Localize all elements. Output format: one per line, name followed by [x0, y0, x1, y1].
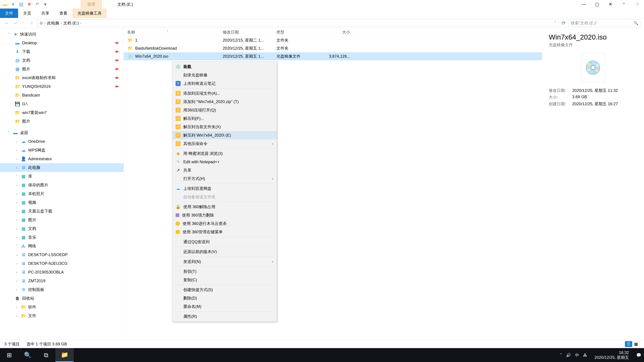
ribbon-tab-file[interactable]: 文件 — [0, 8, 18, 18]
menu-delete[interactable]: 删除(D) — [172, 294, 277, 302]
tree-yunqishi[interactable]: 📁YUNQISHI2019📌 — [0, 82, 124, 91]
tree-pictures[interactable]: ▦图片📌 — [0, 65, 124, 73]
tree-desktop[interactable]: ▬Desktop📌 — [0, 38, 124, 47]
qat-delete-icon[interactable]: ✕ — [26, 1, 32, 8]
menu-baidu[interactable]: ☁上传到百度网盘 — [172, 184, 277, 193]
menu-youdao[interactable]: N上传到有道云笔记 — [172, 79, 277, 88]
recent-dropdown[interactable]: ˅ — [20, 20, 27, 26]
tree-videos[interactable]: ›▦视频 — [0, 198, 124, 207]
menu-cut[interactable]: 剪切(T) — [172, 267, 277, 276]
column-date[interactable]: 修改日期 — [223, 29, 276, 35]
tree-downloads[interactable]: ⬇下载📌 — [0, 47, 124, 56]
chevron-right-icon[interactable]: › — [60, 21, 62, 25]
qat-undo-icon[interactable]: ↶ — [34, 1, 40, 8]
menu-restore[interactable]: 还原以前的版本(V) — [172, 248, 277, 256]
up-button[interactable]: ↑ — [28, 20, 35, 26]
tree-lib-pics[interactable]: ›▦图片 — [0, 216, 124, 224]
breadcrumb[interactable]: 🖥 › 此电脑 › 文档 (E:) › ˅ — [37, 19, 558, 27]
taskbar-explorer[interactable]: 📁 — [55, 348, 74, 362]
menu-360-force-delete[interactable]: 使用 360强力删除 — [172, 211, 277, 219]
help-icon[interactable]: ? — [632, 1, 642, 8]
menu-extract-named[interactable]: Z解压到 Win7x64_2020\ (E) — [172, 131, 277, 139]
ribbon-tab-view[interactable]: 查看 — [54, 8, 72, 18]
ribbon-tab-share[interactable]: 共享 — [36, 8, 54, 18]
tree-tianyi[interactable]: ›▦天翼云盘下载 — [0, 207, 124, 216]
volume-icon[interactable]: 🔊 — [566, 353, 571, 358]
file-row[interactable]: 📁 1 2020/12/15, 星期二 1... 文件夹 — [124, 36, 542, 44]
tree-bandicam[interactable]: 📁Bandicam — [0, 91, 124, 99]
forward-button[interactable]: → — [12, 20, 18, 26]
tree-lib-music[interactable]: ›▦音乐 — [0, 233, 124, 242]
tree-lib-docs[interactable]: ›▦文档 — [0, 224, 124, 233]
tree-recycle[interactable]: 🗑回收站 — [0, 294, 124, 303]
ribbon-tab-home[interactable]: 主页 — [18, 8, 36, 18]
tree-camera-roll[interactable]: ›▦本机照片 — [0, 189, 124, 198]
tree-wps[interactable]: ›☁WPS网盘 — [0, 146, 124, 155]
menu-shortcut[interactable]: 创建快捷方式(S) — [172, 286, 277, 294]
task-view-button[interactable]: ⧉ — [37, 348, 55, 362]
menu-extract-to[interactable]: Z解压到(F)... — [172, 114, 277, 123]
tree-onedrive[interactable]: ›☁OneDrive — [0, 137, 124, 146]
menu-notepad[interactable]: ✎Edit with Notepad++ — [172, 158, 277, 166]
refresh-button[interactable]: ⟳ — [560, 20, 567, 26]
tree-desktop2[interactable]: ˅▬桌面 — [0, 128, 124, 137]
file-row[interactable]: 📁 BaiduNetdiskDownload 2020/12/25, 星期五 1… — [124, 44, 542, 52]
contextual-tab-manage[interactable]: 管理 — [80, 0, 102, 8]
clock[interactable]: 16:32 2020/12/25, 星期五 — [591, 350, 632, 360]
qat-save-icon[interactable]: ▾ — [10, 1, 16, 8]
menu-share[interactable]: ↗共享 — [172, 166, 277, 174]
tray-chevron-icon[interactable]: ˄ — [560, 353, 562, 358]
tree-this-pc[interactable]: ›🖥此电脑 — [0, 163, 124, 172]
tree-libraries[interactable]: ˅▦库 — [0, 172, 124, 181]
tree-network[interactable]: ˅🖧网络 — [0, 242, 124, 250]
action-center-icon[interactable]: 💬 — [636, 353, 641, 358]
qat-properties-icon[interactable]: ▤ — [18, 1, 24, 8]
column-size[interactable]: 大小 — [322, 29, 350, 35]
address-dropdown-icon[interactable]: ˅ — [554, 21, 556, 25]
tree-pc2[interactable]: ›🖥DESKTOP-NJEU3CG — [0, 259, 124, 268]
menu-add-zip[interactable]: Z添加到 "Win7x64_2020.zip" (T) — [172, 97, 277, 106]
network-icon[interactable]: 🖧 — [583, 353, 587, 358]
column-type[interactable]: 类型 — [276, 29, 322, 35]
tree-documents[interactable]: ▤文档📌 — [0, 56, 124, 65]
tree-gdrive[interactable]: 💾G:\ — [0, 99, 124, 108]
menu-extract-here[interactable]: Z解压到当前文件夹(X) — [172, 123, 277, 131]
tree-control-panel[interactable]: ›⚙控制面板 — [0, 285, 124, 294]
menu-copy[interactable]: 复制(C) — [172, 276, 277, 284]
ribbon-tab-disc-tools[interactable]: 光盘映像工具 — [72, 8, 107, 18]
search-input[interactable]: 搜索"文档 (E:)" 🔍 — [568, 19, 641, 27]
tree-software[interactable]: ›📁软件 — [0, 303, 124, 311]
tree-pc3[interactable]: ›🖥PC-20190530OBLA — [0, 268, 124, 277]
menu-qq-send[interactable]: 通过QQ发送到 — [172, 238, 277, 246]
ribbon-toggle-icon[interactable]: ^ — [619, 1, 629, 8]
search-icon[interactable]: 🔍 — [634, 21, 638, 25]
start-button[interactable]: ⊞ — [0, 348, 18, 362]
menu-send-to[interactable]: 发送到(N)› — [172, 257, 277, 266]
column-name[interactable]: 名称 ˄ — [127, 29, 223, 35]
close-button[interactable]: ✕ — [606, 1, 616, 8]
qat-dropdown-icon[interactable]: ▾ — [42, 1, 49, 8]
menu-browser[interactable]: ◉用 蜂蜜浏览器 浏览(3) — [172, 149, 277, 158]
menu-add-archive[interactable]: Z添加到压缩文件(A)... — [172, 89, 277, 97]
tree-pc4[interactable]: ›🖥ZMT2019 — [0, 277, 124, 285]
chevron-right-icon[interactable]: › — [44, 21, 46, 25]
menu-360-unlock[interactable]: 🔒使用 360解除占用 — [172, 203, 277, 211]
tree-quick-access[interactable]: ˅★快速访问 — [0, 30, 124, 38]
menu-other-zip[interactable]: Z其他压缩命令› — [172, 139, 277, 148]
tree-pc1[interactable]: ›🖥DESKTOP-LSSOEDP — [0, 250, 124, 259]
breadcrumb-drive[interactable]: 文档 (E:) — [63, 20, 79, 26]
menu-360-trojan[interactable]: 使用 360进行木马云查杀 — [172, 219, 277, 228]
tree-win7reinstall[interactable]: 📁win7重装win7 — [0, 108, 124, 117]
menu-mount[interactable]: 💿装载 — [172, 62, 277, 71]
menu-burn[interactable]: 刻录光盘映像 — [172, 71, 277, 79]
tree-saved-pics[interactable]: ›▦保存的图片 — [0, 181, 124, 189]
minimize-button[interactable]: — — [578, 1, 589, 8]
search-button[interactable]: 🔍 — [18, 348, 37, 362]
tree-excel[interactable]: 📁excel表格制作求和📌 — [0, 73, 124, 82]
maximize-button[interactable]: ▢ — [592, 1, 602, 8]
breadcrumb-computer[interactable]: 此电脑 — [47, 20, 59, 26]
tree-pictures2[interactable]: 📁图片 — [0, 117, 124, 126]
ime-indicator[interactable]: 中 — [575, 353, 579, 358]
menu-open-360zip[interactable]: Z用360压缩打开(Q) — [172, 106, 277, 114]
tree-files[interactable]: ›📁文件 — [0, 311, 124, 320]
